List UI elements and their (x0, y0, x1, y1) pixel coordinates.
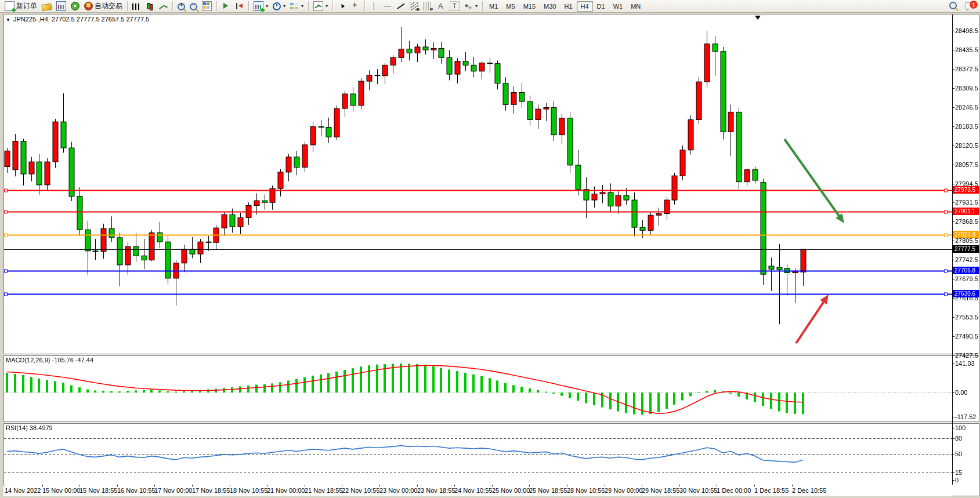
charts-icon (56, 1, 66, 11)
timeframe-w1[interactable]: W1 (609, 1, 627, 12)
axis-tick (952, 298, 954, 299)
new-chart-dropdown[interactable]: ▾ (251, 0, 270, 13)
bar-chart-button[interactable] (130, 0, 143, 13)
vertical-line-button[interactable] (367, 0, 381, 13)
main-chart-canvas[interactable] (4, 24, 952, 354)
axis-tick (952, 146, 954, 146)
toolbar-separator (482, 1, 483, 11)
templates-dropdown[interactable]: ▾ (288, 0, 306, 13)
auto-scroll-button[interactable] (219, 0, 233, 13)
tile-windows-button[interactable] (200, 0, 214, 13)
timeframe-mn[interactable]: MN (627, 1, 645, 12)
time-axis-tick (567, 485, 567, 486)
chart-title: ▼JPN225-,H4 27702.5 27777.5 27657.5 2777… (6, 16, 149, 23)
axis-tick (952, 336, 954, 337)
price-line-tag-27901.1: 27901.1 (953, 208, 979, 215)
time-axis-label: 21 Nov 18:55 (305, 487, 342, 494)
price-tick-label: 0.00 (955, 389, 967, 396)
price-line-tag-27824.9: 27824.9 (953, 231, 979, 238)
new-order-button[interactable]: 新订单 (2, 0, 39, 13)
axis-tick (952, 69, 954, 70)
chevron-down-icon[interactable]: ▾ (301, 3, 303, 9)
axis-tick (952, 202, 954, 203)
price-tick-label: 27931.5 (955, 199, 978, 206)
time-axis-tick (492, 485, 493, 486)
algo-trading-button-label: 自动交易 (95, 1, 122, 11)
toolbar-separator (364, 1, 365, 11)
price-tick-label: 28435.5 (955, 46, 978, 53)
time-axis-label: 24 Nov 10:55 (454, 487, 492, 494)
pane-splitter-rsi[interactable] (3, 421, 979, 424)
zoom-in-icon (178, 3, 185, 10)
price-tick-label: 141.03 (955, 360, 975, 367)
chevron-down-icon[interactable]: ▾ (283, 3, 285, 9)
price-tick-label: 15 (955, 469, 962, 476)
timeframe-m5[interactable]: M5 (502, 1, 519, 12)
chart-shift-icon (235, 2, 244, 10)
axis-tick (952, 279, 954, 279)
charts-button[interactable] (54, 0, 68, 13)
time-axis-tick (267, 485, 267, 486)
rsi-pane-canvas[interactable] (4, 423, 952, 484)
channel-button[interactable] (421, 0, 434, 13)
zoom-out-button[interactable] (187, 0, 200, 13)
time-axis-tick (5, 485, 5, 486)
price-tick-label: 27679.5 (955, 275, 978, 282)
toolbar-separator (332, 1, 333, 11)
text-label-button[interactable] (447, 0, 462, 13)
arrows-dropdown[interactable]: ▾ (462, 0, 480, 13)
signals-button[interactable] (68, 0, 82, 13)
line-chart-button[interactable] (157, 0, 170, 13)
timeframe-h1[interactable]: H1 (560, 1, 576, 12)
chart-shift-button[interactable] (233, 0, 246, 13)
time-axis-label: 18 Nov 10:55 (230, 487, 267, 494)
timeframe-m30[interactable]: M30 (540, 1, 560, 12)
toolbar-separator (127, 1, 128, 11)
periods-dropdown[interactable]: ▾ (270, 0, 288, 13)
time-axis-label: 21 Nov 00:00 (267, 487, 305, 494)
cursor-button[interactable] (335, 0, 349, 13)
axis-tick (952, 317, 954, 318)
equidistant-icon (423, 2, 432, 10)
label-icon (450, 1, 460, 11)
toolbar-separator (308, 1, 309, 11)
time-axis-label: 29 Nov 00:00 (605, 487, 642, 494)
chevron-down-icon[interactable]: ▾ (266, 3, 268, 9)
timeframe-m15[interactable]: M15 (519, 1, 540, 12)
chevron-down-icon[interactable]: ▾ (475, 3, 478, 9)
trendline-button[interactable] (394, 0, 407, 13)
pane-splitter-macd[interactable] (3, 354, 979, 356)
time-axis-tick (529, 485, 530, 486)
indicators-dropdown[interactable]: ▾ (311, 0, 330, 13)
fibonacci-button[interactable] (407, 0, 421, 13)
templates-icon (290, 2, 299, 10)
time-axis-label: 30 Nov 10:55 (679, 487, 717, 494)
candlestick-chart-button[interactable] (143, 0, 157, 13)
time-axis[interactable]: 14 Nov 202215 Nov 00:0015 Nov 18:5516 No… (3, 485, 952, 496)
hline-icon (383, 2, 392, 10)
horizontal-line-button[interactable] (381, 0, 394, 13)
timeframe-d1[interactable]: D1 (593, 1, 609, 12)
time-axis-label: 25 Nov 18:55 (529, 487, 567, 494)
axis-tick (952, 221, 954, 222)
timeframe-h4[interactable]: H4 (577, 1, 593, 12)
chat-icon[interactable]: 1 (965, 2, 974, 9)
ohlc-readout: 27702.5 27777.5 27657.5 27777.5 (52, 16, 149, 23)
text-button[interactable] (434, 0, 447, 13)
axis-tick (952, 454, 954, 455)
signal-icon (71, 2, 79, 10)
zoom-in-button[interactable] (175, 0, 187, 13)
finance-button[interactable] (39, 0, 54, 13)
search-icon[interactable] (949, 2, 957, 9)
one-click-trading-toggle[interactable]: ▼ (6, 17, 10, 23)
price-tick-label: 28372.5 (955, 66, 978, 72)
macd-pane-canvas[interactable] (4, 355, 952, 421)
autotrade-icon (84, 2, 93, 10)
chart-shift-marker[interactable] (755, 16, 761, 20)
time-axis-tick (792, 485, 793, 486)
crosshair-button[interactable] (349, 0, 362, 13)
chevron-down-icon[interactable]: ▾ (326, 3, 328, 9)
algo-trading-button[interactable]: 自动交易 (82, 0, 125, 13)
timeframe-m1[interactable]: M1 (485, 1, 502, 12)
time-axis-label: 16 Nov 10:55 (117, 487, 155, 494)
